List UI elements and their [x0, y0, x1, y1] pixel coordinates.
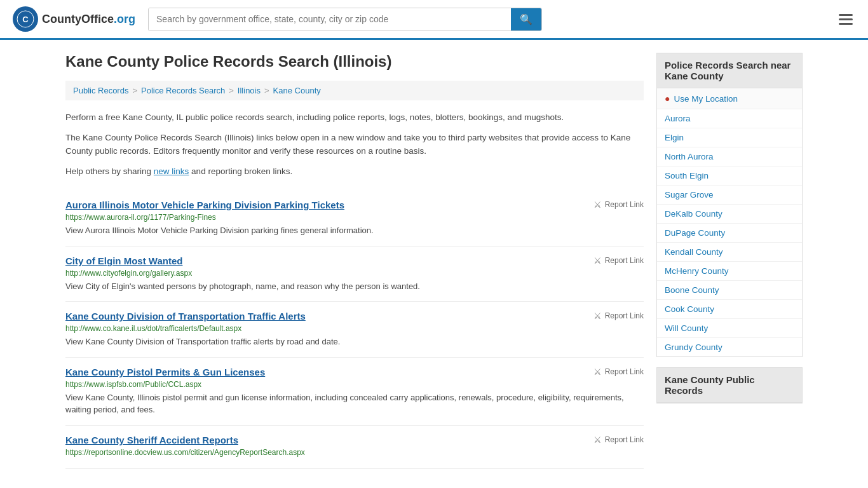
sidebar-location-link-11[interactable]: Will County — [665, 323, 708, 333]
svg-text:C: C — [22, 15, 29, 24]
menu-line — [839, 23, 853, 25]
sidebar-nearby-section: Police Records Search near Kane County ●… — [656, 53, 803, 357]
breadcrumb-kane-county[interactable]: Kane County — [273, 86, 321, 95]
sidebar-location-link-4[interactable]: Sugar Grove — [665, 190, 714, 200]
logo-text: CountyOffice.org — [42, 13, 135, 26]
location-pin-icon: ● — [665, 93, 670, 104]
description-3-pre: Help others by sharing — [65, 166, 154, 176]
result-url-4: https://reportsonline.docview.us.com/cit… — [65, 448, 644, 457]
result-desc-2: View Kane County Division of Transportat… — [65, 336, 644, 348]
sidebar-location-item-2[interactable]: North Aurora — [657, 147, 802, 166]
results-list: Aurora Illinois Motor Vehicle Parking Di… — [65, 191, 644, 469]
use-my-location-link[interactable]: Use My Location — [674, 94, 738, 104]
sidebar-location-link-9[interactable]: Boone County — [665, 285, 719, 295]
result-title-0[interactable]: Aurora Illinois Motor Vehicle Parking Di… — [65, 200, 344, 210]
report-icon-0: ⚔ — [593, 200, 602, 210]
sidebar-location-link-5[interactable]: DeKalb County — [665, 209, 722, 219]
sidebar-location-item-10[interactable]: Cook County — [657, 300, 802, 319]
sidebar-location-item-3[interactable]: South Elgin — [657, 166, 802, 186]
use-my-location-item[interactable]: ● Use My Location — [657, 88, 802, 109]
result-item: Kane County Pistol Permits & Gun License… — [65, 358, 644, 426]
sidebar-location-link-10[interactable]: Cook County — [665, 304, 714, 314]
sidebar-nearby-header: Police Records Search near Kane County — [657, 53, 802, 88]
result-desc-0: View Aurora Illinois Motor Vehicle Parki… — [65, 224, 644, 237]
report-label-2: Report Link — [605, 311, 644, 320]
sidebar-location-link-1[interactable]: Elgin — [665, 133, 684, 142]
result-title-4[interactable]: Kane County Sheriff Accident Reports — [65, 435, 238, 445]
description-area: Perform a free Kane County, IL public po… — [65, 111, 644, 178]
report-link-2[interactable]: ⚔ Report Link — [593, 311, 644, 321]
page-title: Kane County Police Records Search (Illin… — [65, 53, 644, 71]
result-header: Aurora Illinois Motor Vehicle Parking Di… — [65, 200, 644, 210]
description-1: Perform a free Kane County, IL public po… — [65, 111, 644, 125]
new-links-link[interactable]: new links — [154, 166, 189, 176]
result-item: Aurora Illinois Motor Vehicle Parking Di… — [65, 191, 644, 247]
result-title-2[interactable]: Kane County Division of Transportation T… — [65, 311, 306, 322]
sidebar-location-item-12[interactable]: Grundy County — [657, 338, 802, 356]
sidebar-location-item-7[interactable]: Kendall County — [657, 243, 802, 262]
sidebar-location-item-4[interactable]: Sugar Grove — [657, 186, 802, 205]
sidebar-location-item-9[interactable]: Boone County — [657, 281, 802, 300]
search-button[interactable]: 🔍 — [511, 8, 541, 30]
sidebar-locations: AuroraElginNorth AuroraSouth ElginSugar … — [657, 109, 802, 356]
result-item: Kane County Division of Transportation T… — [65, 302, 644, 358]
report-link-3[interactable]: ⚔ Report Link — [593, 367, 644, 377]
result-header: City of Elgin Most Wanted ⚔ Report Link — [65, 255, 644, 266]
sidebar-location-item-11[interactable]: Will County — [657, 319, 802, 338]
report-link-1[interactable]: ⚔ Report Link — [593, 255, 644, 266]
result-item: City of Elgin Most Wanted ⚔ Report Link … — [65, 247, 644, 302]
result-title-3[interactable]: Kane County Pistol Permits & Gun License… — [65, 367, 265, 377]
search-icon: 🔍 — [520, 14, 532, 25]
report-link-4[interactable]: ⚔ Report Link — [593, 435, 644, 445]
sidebar-location-item-6[interactable]: DuPage County — [657, 224, 802, 243]
report-link-0[interactable]: ⚔ Report Link — [593, 200, 644, 210]
result-url-2: http://www.co.kane.il.us/dot/trafficaler… — [65, 324, 644, 333]
report-label-3: Report Link — [605, 367, 644, 376]
result-title-1[interactable]: City of Elgin Most Wanted — [65, 255, 182, 266]
sidebar-location-item-0[interactable]: Aurora — [657, 109, 802, 128]
result-item: Kane County Sheriff Accident Reports ⚔ R… — [65, 426, 644, 469]
sidebar-public-records-header: Kane County Public Records — [657, 368, 802, 403]
breadcrumb-public-records[interactable]: Public Records — [73, 86, 128, 95]
result-header: Kane County Pistol Permits & Gun License… — [65, 367, 644, 377]
description-2: The Kane County Police Records Search (I… — [65, 131, 644, 158]
sidebar-location-link-6[interactable]: DuPage County — [665, 228, 725, 238]
result-desc-3: View Kane County, Illinois pistol permit… — [65, 391, 644, 416]
breadcrumb-sep: > — [229, 86, 234, 95]
sidebar-location-link-2[interactable]: North Aurora — [665, 152, 714, 161]
report-icon-3: ⚔ — [593, 367, 602, 377]
sidebar-location-item-5[interactable]: DeKalb County — [657, 205, 802, 224]
menu-line — [839, 14, 853, 16]
result-header: Kane County Division of Transportation T… — [65, 311, 644, 322]
sidebar-location-link-3[interactable]: South Elgin — [665, 171, 709, 180]
sidebar-location-link-7[interactable]: Kendall County — [665, 247, 723, 257]
description-3: Help others by sharing new links and rep… — [65, 165, 644, 179]
logo[interactable]: C CountyOffice.org — [13, 6, 135, 32]
logo-icon: C — [13, 6, 38, 32]
result-header: Kane County Sheriff Accident Reports ⚔ R… — [65, 435, 644, 445]
sidebar-location-link-8[interactable]: McHenry County — [665, 266, 729, 276]
report-icon-4: ⚔ — [593, 435, 602, 445]
report-label-0: Report Link — [605, 200, 644, 209]
report-label-4: Report Link — [605, 435, 644, 444]
result-url-0: https://www.aurora-il.org/1177/Parking-F… — [65, 213, 644, 222]
breadcrumb-police-records-search[interactable]: Police Records Search — [141, 86, 225, 95]
sidebar-location-item-1[interactable]: Elgin — [657, 128, 802, 147]
sidebar: Police Records Search near Kane County ●… — [656, 53, 803, 469]
content-area: Kane County Police Records Search (Illin… — [65, 53, 644, 469]
sidebar-public-section: Kane County Public Records — [656, 367, 803, 403]
report-icon-1: ⚔ — [593, 255, 602, 266]
sidebar-location-link-12[interactable]: Grundy County — [665, 342, 722, 352]
sidebar-location-item-8[interactable]: McHenry County — [657, 262, 802, 281]
search-input[interactable] — [149, 8, 511, 30]
result-url-1: http://www.cityofelgin.org/gallery.aspx — [65, 269, 644, 278]
result-url-3: https://www.ispfsb.com/Public/CCL.aspx — [65, 380, 644, 389]
result-desc-1: View City of Elgin's wanted persons by p… — [65, 280, 644, 293]
report-icon-2: ⚔ — [593, 311, 602, 321]
breadcrumb-sep: > — [264, 86, 269, 95]
breadcrumb-sep: > — [132, 86, 137, 95]
sidebar-location-link-0[interactable]: Aurora — [665, 114, 691, 123]
report-label-1: Report Link — [605, 256, 644, 265]
hamburger-menu-button[interactable] — [836, 11, 855, 27]
breadcrumb-illinois[interactable]: Illinois — [238, 86, 261, 95]
